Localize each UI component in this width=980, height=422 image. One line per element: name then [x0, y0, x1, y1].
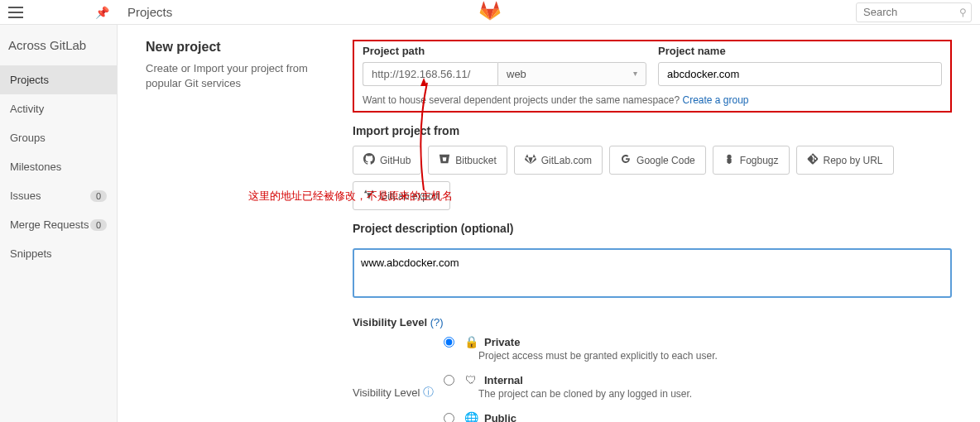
lock-icon: 🔒: [464, 335, 478, 348]
button-label: GitHub: [380, 155, 411, 166]
button-label: Repo by URL: [824, 155, 883, 166]
question-icon[interactable]: ⓘ: [423, 385, 434, 400]
highlighted-path-name-box: Project path http://192.168.56.11/ web P…: [353, 40, 952, 113]
namespace-note: Want to house several dependent projects…: [354, 94, 950, 111]
globe-icon: 🌐: [464, 411, 478, 422]
shield-icon: 🛡: [464, 373, 478, 386]
form-column: Project path http://192.168.56.11/ web P…: [353, 40, 952, 422]
project-path-group: http://192.168.56.11/ web: [363, 62, 646, 86]
main-content: New project Create or Import your projec…: [118, 25, 980, 422]
visibility-grid: Visibility Level ⓘ 🔒 Private Project acc…: [353, 335, 952, 422]
github-icon: [363, 153, 375, 167]
description-label: Project description (optional): [353, 222, 952, 235]
visibility-radio-private[interactable]: [444, 337, 454, 348]
google-icon: [620, 153, 632, 167]
visibility-option-internal: 🛡 Internal The project can be cloned by …: [444, 373, 952, 400]
annotation-text: 这里的地址已经被修改，不是原来的主机名: [248, 189, 453, 204]
create-group-link[interactable]: Create a group: [682, 94, 748, 106]
gitlab-logo-icon[interactable]: [479, 0, 501, 25]
visibility-desc: The project can be cloned by any logged …: [478, 388, 952, 400]
hamburger-icon[interactable]: [8, 5, 23, 20]
bitbucket-icon: [439, 153, 450, 167]
visibility-side-label: Visibility Level ⓘ: [353, 335, 444, 422]
git-icon: [807, 153, 819, 167]
button-label: Google Code: [637, 155, 695, 166]
button-label: Bitbucket: [455, 155, 496, 166]
visibility-option-private: 🔒 Private Project access must be granted…: [444, 335, 952, 362]
visibility-help-link[interactable]: (?): [430, 316, 444, 328]
visibility-radio-internal[interactable]: [444, 375, 454, 386]
left-column: New project Create or Import your projec…: [146, 40, 311, 422]
search-container: ⚲: [856, 2, 972, 22]
page-description: Create or Import your project from popul…: [146, 61, 311, 91]
visibility-name: Public: [484, 412, 516, 423]
visibility-desc: Project access must be granted explicitl…: [478, 350, 952, 362]
import-repourl-button[interactable]: Repo by URL: [796, 146, 894, 175]
visibility-option-public: 🌐 Public The project can be cloned witho…: [444, 411, 952, 422]
button-label: GitLab.com: [541, 155, 592, 166]
svg-point-0: [727, 155, 731, 159]
import-googlecode-button[interactable]: Google Code: [609, 146, 706, 175]
import-section-title: Import project from: [353, 124, 952, 137]
gitlab-icon: [525, 153, 536, 167]
import-gitlabcom-button[interactable]: GitLab.com: [514, 146, 603, 175]
import-github-button[interactable]: GitHub: [353, 146, 421, 175]
visibility-name: Private: [484, 336, 520, 348]
namespace-select[interactable]: web: [497, 62, 646, 86]
topbar-left: 📌: [0, 5, 118, 20]
description-textarea[interactable]: [353, 248, 952, 298]
project-name-input[interactable]: [658, 62, 942, 86]
search-icon: ⚲: [959, 7, 967, 18]
page-title: New project: [146, 40, 311, 55]
annotation-arrow-icon: [412, 74, 435, 202]
import-bitbucket-button[interactable]: Bitbucket: [428, 146, 507, 175]
button-label: Fogbugz: [740, 155, 779, 166]
project-name-label: Project name: [658, 45, 942, 57]
top-bar: 📌 Projects ⚲: [0, 0, 980, 25]
pin-icon[interactable]: 📌: [95, 6, 109, 19]
fogbugz-icon: [723, 153, 735, 167]
import-fogbugz-button[interactable]: Fogbugz: [713, 146, 790, 175]
project-path-label: Project path: [363, 45, 646, 57]
visibility-title: Visibility Level (?): [353, 316, 952, 328]
search-input[interactable]: [856, 2, 972, 22]
visibility-radio-public[interactable]: [444, 413, 454, 423]
visibility-name: Internal: [484, 374, 523, 386]
